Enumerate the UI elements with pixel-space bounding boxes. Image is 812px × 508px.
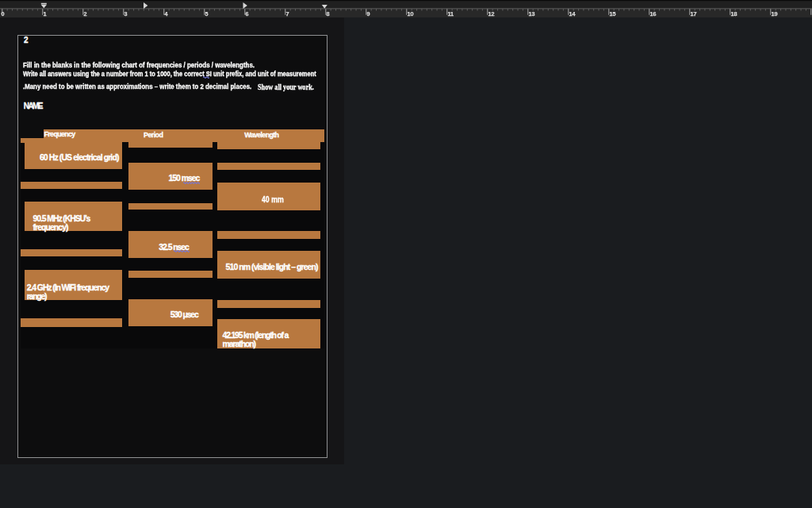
svg-text:17: 17 [690, 10, 696, 17]
svg-text:1: 1 [43, 10, 46, 17]
svg-text:12: 12 [488, 10, 494, 17]
svg-text:7: 7 [285, 10, 289, 17]
svg-text:11: 11 [447, 10, 454, 17]
svg-text:14: 14 [569, 10, 575, 17]
svg-text:18: 18 [730, 10, 737, 17]
svg-text:6: 6 [245, 10, 248, 17]
svg-text:3: 3 [124, 10, 127, 17]
svg-text:9: 9 [366, 10, 370, 17]
svg-text:15: 15 [609, 10, 615, 17]
svg-text:8: 8 [326, 10, 329, 17]
svg-text:0: 0 [2, 10, 5, 17]
svg-text:4: 4 [164, 10, 167, 17]
svg-text:19: 19 [771, 10, 777, 17]
svg-text:13: 13 [528, 10, 534, 17]
svg-text:16: 16 [649, 10, 656, 17]
svg-text:5: 5 [205, 10, 208, 17]
svg-text:10: 10 [407, 10, 413, 17]
svg-text:2: 2 [83, 10, 86, 17]
